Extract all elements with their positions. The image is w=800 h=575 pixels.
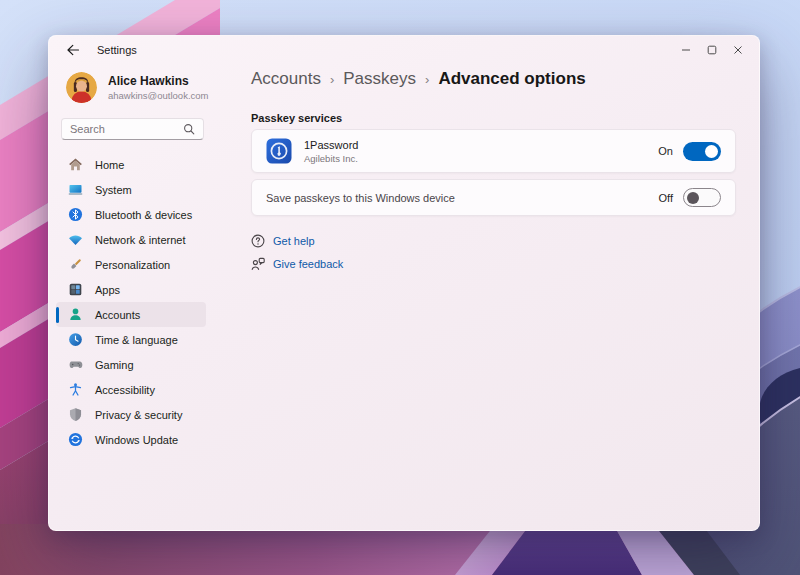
user-profile[interactable]: Alice Hawkins ahawkins@outlook.com (66, 72, 208, 103)
apps-icon (68, 282, 83, 297)
network-icon (68, 232, 83, 247)
user-email: ahawkins@outlook.com (108, 90, 208, 101)
minimize-button[interactable] (673, 39, 699, 61)
close-icon (733, 45, 743, 55)
system-icon (68, 182, 83, 197)
passkey-service-row: 1Password Agilebits Inc. On (251, 129, 736, 173)
toggle-knob (705, 145, 718, 158)
sidebar-item-label: Windows Update (95, 434, 178, 446)
settings-window: Settings (48, 35, 760, 531)
sidebar-item-label: Privacy & security (95, 409, 182, 421)
windows-update-icon (68, 432, 83, 447)
sidebar-item-label: System (95, 184, 132, 196)
sidebar-item-label: Accounts (95, 309, 140, 321)
accounts-icon (68, 307, 83, 322)
time-language-icon (68, 332, 83, 347)
minimize-icon (681, 45, 691, 55)
back-arrow-icon (66, 43, 80, 57)
toggle-state-label: On (658, 145, 673, 157)
save-passkeys-label: Save passkeys to this Windows device (266, 192, 455, 204)
toggle-state-label: Off (659, 192, 673, 204)
back-button[interactable] (63, 40, 83, 60)
sidebar-item-label: Bluetooth & devices (95, 209, 192, 221)
home-icon (68, 157, 83, 172)
sidebar-item-apps[interactable]: Apps (56, 277, 206, 302)
sidebar-item-label: Gaming (95, 359, 134, 371)
sidebar-item-label: Personalization (95, 259, 170, 271)
toggle-knob (687, 192, 699, 204)
maximize-icon (707, 45, 717, 55)
search-box (61, 118, 204, 140)
search-icon (183, 123, 195, 135)
app-info: 1Password Agilebits Inc. (304, 139, 358, 164)
sidebar-item-label: Home (95, 159, 124, 171)
avatar (66, 72, 97, 103)
sidebar-item-accessibility[interactable]: Accessibility (56, 377, 206, 402)
sidebar-item-network[interactable]: Network & internet (56, 227, 206, 252)
breadcrumb-accounts[interactable]: Accounts (251, 69, 321, 89)
get-help-label: Get help (273, 235, 315, 247)
chevron-right-icon: › (330, 71, 334, 87)
give-feedback-label: Give feedback (273, 258, 343, 270)
breadcrumb-passkeys[interactable]: Passkeys (343, 69, 416, 89)
search-input[interactable] (70, 123, 183, 135)
sidebar-item-accounts[interactable]: Accounts (56, 302, 206, 327)
user-name: Alice Hawkins (108, 74, 208, 88)
passkey-service-toggle[interactable] (683, 142, 721, 161)
chevron-right-icon: › (425, 71, 429, 87)
gaming-icon (68, 357, 83, 372)
sidebar-item-label: Apps (95, 284, 120, 296)
sidebar-item-personalization[interactable]: Personalization (56, 252, 206, 277)
sidebar-item-bluetooth[interactable]: Bluetooth & devices (56, 202, 206, 227)
personalization-icon (68, 257, 83, 272)
save-passkeys-row: Save passkeys to this Windows device Off (251, 179, 736, 216)
user-info: Alice Hawkins ahawkins@outlook.com (108, 74, 208, 101)
breadcrumb: Accounts › Passkeys › Advanced options (251, 69, 586, 89)
give-feedback-link[interactable]: Give feedback (251, 255, 343, 272)
desktop: Settings (0, 0, 800, 575)
close-button[interactable] (725, 39, 751, 61)
window-title: Settings (97, 44, 137, 56)
sidebar-item-label: Accessibility (95, 384, 155, 396)
accessibility-icon (68, 382, 83, 397)
maximize-button[interactable] (699, 39, 725, 61)
get-help-link[interactable]: Get help (251, 232, 343, 249)
onepassword-icon (266, 138, 292, 164)
help-links: Get help Give feedback (251, 232, 343, 272)
app-name: 1Password (304, 139, 358, 151)
save-passkeys-toggle[interactable] (683, 188, 721, 207)
window-controls (673, 39, 759, 61)
sidebar-item-time-language[interactable]: Time & language (56, 327, 206, 352)
sidebar-item-privacy-security[interactable]: Privacy & security (56, 402, 206, 427)
sidebar-item-system[interactable]: System (56, 177, 206, 202)
section-title: Passkey services (251, 112, 342, 124)
privacy-security-icon (68, 407, 83, 422)
feedback-icon (251, 257, 265, 271)
bluetooth-icon (68, 207, 83, 222)
page-title: Advanced options (438, 69, 585, 89)
titlebar: Settings (49, 36, 759, 64)
sidebar-item-home[interactable]: Home (56, 152, 206, 177)
sidebar-item-label: Time & language (95, 334, 178, 346)
sidebar-item-label: Network & internet (95, 234, 185, 246)
sidebar-nav: Home System Bluetooth & devices (56, 152, 206, 452)
app-vendor: Agilebits Inc. (304, 153, 358, 164)
sidebar-item-windows-update[interactable]: Windows Update (56, 427, 206, 452)
help-icon (251, 234, 265, 248)
sidebar-item-gaming[interactable]: Gaming (56, 352, 206, 377)
